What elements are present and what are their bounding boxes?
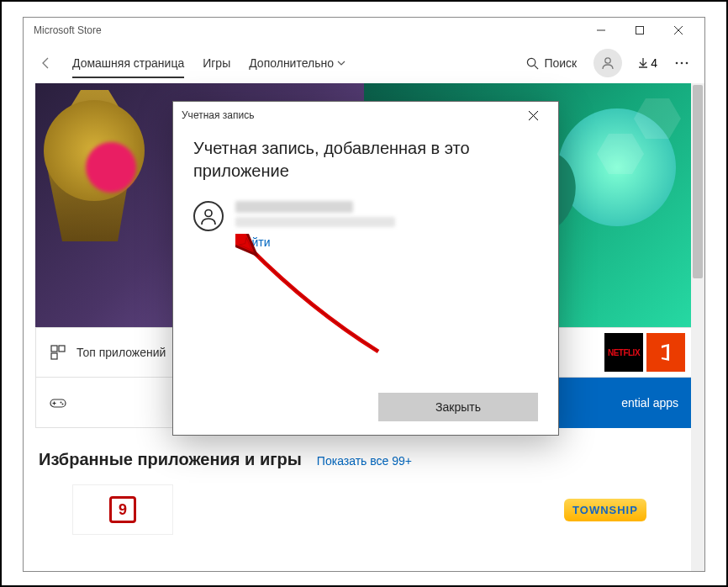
svg-point-17 (62, 403, 64, 405)
back-button[interactable] (32, 49, 61, 77)
minimize-button[interactable] (582, 18, 620, 43)
nine-logo: 9 (109, 496, 136, 523)
svg-point-20 (205, 210, 212, 217)
close-icon (529, 111, 538, 120)
user-icon (600, 56, 615, 71)
grid-icon (50, 344, 66, 361)
app-card-township[interactable]: TOWNSHIP (555, 484, 656, 535)
more-menu-button[interactable] (667, 49, 696, 77)
window-titlebar: Microsoft Store (24, 18, 704, 43)
signout-link[interactable]: Выйти (235, 235, 395, 249)
netflix-badge: NETFLIX (604, 333, 643, 372)
svg-rect-10 (51, 346, 57, 352)
search-button[interactable]: Поиск (518, 51, 585, 75)
gamepad-icon (50, 394, 66, 411)
svg-point-9 (686, 62, 688, 65)
account-name-blurred (235, 201, 353, 213)
profile-button[interactable] (593, 49, 622, 77)
dialog-heading: Учетная запись, добавленная в это прилож… (193, 137, 538, 182)
account-text: Выйти (235, 201, 395, 249)
featured-title: Избранные приложения и игры (39, 450, 302, 469)
svg-line-5 (535, 65, 538, 68)
maximize-button[interactable] (620, 18, 659, 43)
account-row: Выйти (193, 201, 538, 249)
top-nav: Домашняя страница Игры Дополнительно Пои… (24, 43, 704, 83)
featured-section: Избранные приложения и игры Показать все… (39, 450, 689, 535)
nav-tabs: Домашняя страница Игры Дополнительно (72, 50, 346, 77)
search-icon (526, 57, 539, 70)
tab-games[interactable]: Игры (203, 50, 230, 77)
dialog-body: Учетная запись, добавленная в это прилож… (173, 129, 558, 435)
account-dialog: Учетная запись Учетная запись, добавленн… (172, 101, 559, 436)
office-badge (646, 333, 685, 372)
svg-rect-11 (59, 346, 65, 352)
svg-point-7 (676, 62, 678, 65)
close-window-button[interactable] (659, 18, 698, 43)
featured-show-all-link[interactable]: Показать все 99+ (317, 454, 412, 468)
svg-point-4 (528, 58, 535, 66)
vertical-scrollbar[interactable] (691, 83, 704, 571)
svg-rect-1 (636, 27, 644, 34)
promo-essential-label: ential apps (621, 396, 678, 410)
dialog-title: Учетная запись (182, 109, 516, 121)
svg-point-16 (61, 401, 62, 403)
account-avatar (193, 201, 224, 231)
dialog-close-action-button[interactable]: Закрыть (378, 393, 538, 421)
featured-apps-row: 9 TOWNSHIP (39, 484, 689, 535)
tab-home[interactable]: Домашняя страница (72, 50, 184, 77)
dialog-close-button[interactable] (516, 102, 550, 129)
svg-rect-12 (51, 353, 57, 359)
app-card-9gag[interactable]: 9 (72, 484, 173, 535)
ellipsis-icon (675, 61, 688, 65)
search-label: Поиск (544, 56, 577, 70)
category-top-apps-label: Топ приложений (76, 346, 166, 359)
downloads-count: 4 (651, 56, 657, 70)
download-icon (637, 57, 649, 69)
dialog-footer: Закрыть (193, 393, 538, 421)
account-sub-blurred (235, 217, 395, 227)
tab-more[interactable]: Дополнительно (249, 50, 346, 77)
scrollbar-thumb[interactable] (693, 85, 703, 278)
user-icon (199, 207, 218, 225)
window-title: Microsoft Store (30, 24, 582, 36)
downloads-button[interactable]: 4 (630, 51, 664, 75)
tab-more-label: Дополнительно (249, 56, 334, 70)
svg-point-8 (681, 62, 683, 65)
promo-badges: NETFLIX (604, 333, 685, 372)
chevron-down-icon (337, 59, 346, 67)
svg-point-6 (605, 58, 610, 63)
township-logo: TOWNSHIP (564, 499, 646, 521)
dialog-titlebar: Учетная запись (173, 102, 558, 129)
